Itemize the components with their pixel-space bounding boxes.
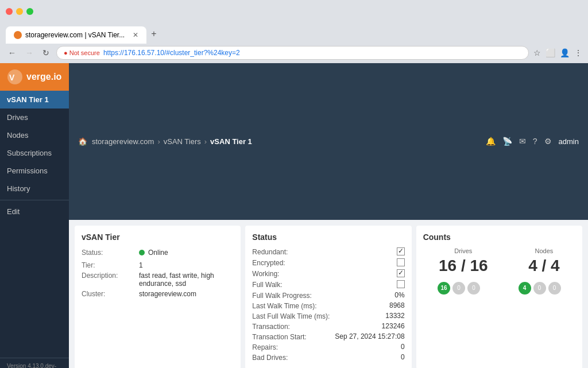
sidebar-item-subscriptions[interactable]: Subscriptions <box>0 144 69 162</box>
desc-key: Description: <box>82 270 139 289</box>
counts-card: Counts Drives 16 / 16 Nodes 4 / 4 <box>416 226 582 369</box>
full-walk-label: Full Walk: <box>252 280 330 290</box>
window-minimize[interactable] <box>16 8 23 15</box>
version-label: Version 4.13.0.dev-106-gb50014a <box>7 363 62 368</box>
top-row: vSAN Tier Status: Online <box>75 226 582 369</box>
cluster-key: Cluster: <box>82 289 139 299</box>
cluster-val: storagereview.com <box>139 289 234 299</box>
desc-val: fast read, fast write, high endurance, s… <box>139 270 234 289</box>
transaction-start-label: Transaction Start: <box>252 332 330 342</box>
breadcrumb: storagereview.com › vSAN Tiers › vSAN Ti… <box>92 137 481 146</box>
status-val: Online <box>139 247 234 260</box>
sidebar-item-nodes[interactable]: Nodes <box>0 126 69 144</box>
app-layout: V verge.io vSAN Tier 1 Drives Nodes Subs… <box>0 63 588 368</box>
nodes-value: 4 / 4 <box>528 257 559 275</box>
reload-button[interactable]: ↻ <box>40 47 52 59</box>
drives-value: 16 / 16 <box>439 257 488 275</box>
nodes-dot-green: 4 <box>519 282 531 295</box>
bad-drives-label: Bad Drives: <box>252 353 330 362</box>
drives-header: Drives <box>439 247 488 254</box>
breadcrumb-current: vSAN Tier 1 <box>210 137 252 146</box>
browser-tabs: storagereview.com | vSAN Tier... ✕ + <box>0 23 588 44</box>
tier-key: Tier: <box>82 260 139 270</box>
main-content: vSAN Tier Status: Online <box>69 220 588 369</box>
working-label: Working: <box>252 269 330 279</box>
help-icon[interactable]: ? <box>533 137 537 146</box>
encrypted-value <box>335 258 404 268</box>
status-key: Status: <box>82 247 139 260</box>
sidebar-item-edit[interactable]: Edit <box>0 203 69 220</box>
topnav-actions: 🔔 📡 ✉ ? ⚙ admin <box>486 137 579 146</box>
address-bar-row: ← → ↻ ● Not secure https://176.16.57.10/… <box>0 44 588 63</box>
address-actions: ☆ ⬜ 👤 ⋮ <box>533 48 582 57</box>
right-panel: 🏠 storagereview.com › vSAN Tiers › vSAN … <box>69 63 588 368</box>
full-walk-progress-value: 0% <box>335 291 404 300</box>
nodes-count: Nodes 4 / 4 <box>528 247 559 275</box>
extensions-icon[interactable]: ⬜ <box>546 48 555 57</box>
breadcrumb-vsan-tiers[interactable]: vSAN Tiers <box>164 137 201 146</box>
full-walk-value <box>335 280 404 290</box>
counts-row: Drives 16 / 16 Nodes 4 / 4 <box>423 247 575 275</box>
vsan-info-table: Status: Online Tier: 1 <box>82 247 234 299</box>
address-bar[interactable]: ● Not secure https://176.16.57.10/#clust… <box>56 46 529 60</box>
drives-dot-gray1: 0 <box>452 282 465 295</box>
messages-icon[interactable]: ✉ <box>519 137 526 146</box>
bookmark-icon[interactable]: ☆ <box>533 48 541 57</box>
tab-title: storagereview.com | vSAN Tier... <box>25 31 125 39</box>
status-grid: Redundant: Encrypted: Working: Full Walk… <box>252 247 404 362</box>
status-card-title: Status <box>252 233 404 242</box>
last-full-walk-label: Last Full Walk Time (ms): <box>252 312 330 321</box>
sidebar: V verge.io vSAN Tier 1 Drives Nodes Subs… <box>0 63 69 368</box>
bell-icon[interactable]: 🔔 <box>486 137 496 146</box>
transaction-value: 123246 <box>335 322 404 331</box>
transaction-start-value: Sep 27, 2024 15:27:08 <box>335 332 404 342</box>
vsan-card-title: vSAN Tier <box>82 233 234 242</box>
breadcrumb-site[interactable]: storagereview.com <box>92 137 154 146</box>
nodes-dots: 4 0 0 <box>519 282 561 295</box>
status-text: Online <box>148 249 168 257</box>
window-controls <box>6 8 33 15</box>
vsan-status-row: Status: Online <box>82 247 234 260</box>
vsan-tier-row: Tier: 1 <box>82 260 234 270</box>
repairs-label: Repairs: <box>252 343 330 352</box>
home-icon: 🏠 <box>78 137 87 146</box>
settings-icon[interactable]: ⚙ <box>544 137 552 146</box>
vsan-desc-row: Description: fast read, fast write, high… <box>82 270 234 289</box>
nodes-header: Nodes <box>528 247 559 254</box>
working-value <box>335 269 404 279</box>
vsan-cluster-row: Cluster: storagereview.com <box>82 289 234 299</box>
verge-logo-icon: V <box>7 69 23 85</box>
tab-close[interactable]: ✕ <box>133 31 138 39</box>
breadcrumb-sep2: › <box>204 137 207 146</box>
topnav: 🏠 storagereview.com › vSAN Tiers › vSAN … <box>69 63 588 220</box>
sidebar-item-drives[interactable]: Drives <box>0 109 69 126</box>
vsan-tier-card: vSAN Tier Status: Online <box>75 226 241 369</box>
admin-label[interactable]: admin <box>559 137 579 146</box>
sidebar-item-permissions[interactable]: Permissions <box>0 162 69 180</box>
full-walk-progress-label: Full Walk Progress: <box>252 291 330 300</box>
tab-favicon <box>14 31 22 39</box>
active-tab[interactable]: storagereview.com | vSAN Tier... ✕ <box>6 26 146 44</box>
window-close[interactable] <box>6 8 13 15</box>
redundant-value <box>335 247 404 257</box>
sidebar-item-history[interactable]: History <box>0 180 69 197</box>
forward-button[interactable]: → <box>23 47 36 59</box>
sidebar-item-vsan-tier1[interactable]: vSAN Tier 1 <box>0 91 69 109</box>
drives-count: Drives 16 / 16 <box>439 247 488 275</box>
nodes-dot-gray1: 0 <box>533 282 546 295</box>
profile-icon[interactable]: 👤 <box>560 48 570 57</box>
last-walk-value: 8968 <box>335 301 404 311</box>
new-tab-button[interactable]: + <box>146 24 161 44</box>
menu-icon[interactable]: ⋮ <box>574 48 582 57</box>
sidebar-logo: V verge.io <box>0 63 69 91</box>
back-button[interactable]: ← <box>6 47 18 59</box>
encrypted-label: Encrypted: <box>252 258 330 268</box>
window-maximize[interactable] <box>26 8 33 15</box>
sidebar-footer: Version 4.13.0.dev-106-gb50014a Product … <box>0 358 69 368</box>
last-walk-label: Last Walk Time (ms): <box>252 301 330 311</box>
last-full-walk-value: 13332 <box>335 312 404 321</box>
logo-text: verge.io <box>26 72 61 82</box>
rss-icon[interactable]: 📡 <box>502 137 512 146</box>
transaction-label: Transaction: <box>252 322 330 331</box>
svg-text:V: V <box>9 73 15 82</box>
